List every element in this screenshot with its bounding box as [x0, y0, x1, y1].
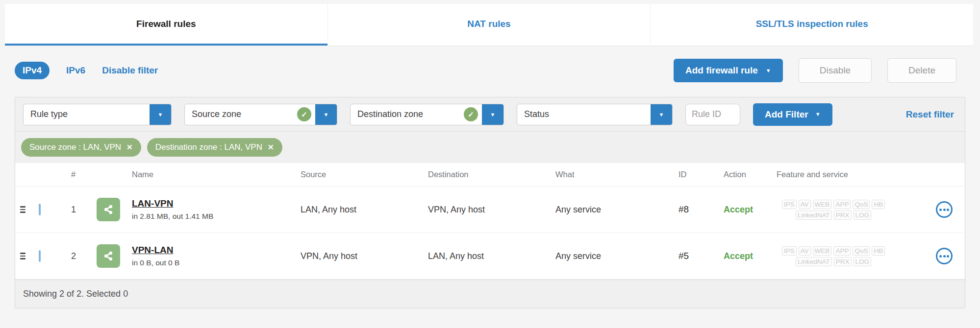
rule-type-share-icon — [97, 244, 120, 268]
active-filter-chips: Source zone : LAN, VPN ✕ Destination zon… — [15, 132, 965, 163]
chevron-down-icon[interactable]: ▼ — [315, 104, 337, 125]
rule-name-link[interactable]: VPN-LAN — [132, 245, 173, 256]
feature-badge: LOG — [854, 211, 872, 220]
header-number: # — [67, 170, 94, 179]
showing-summary: Showing 2 of 2. Selected 0 — [23, 289, 128, 299]
close-icon[interactable]: ✕ — [126, 143, 133, 152]
tab-ssl-tls-inspection-rules-label: SSL/TLS inspection rules — [756, 19, 868, 29]
rule-source: VPN, Any host — [301, 251, 428, 261]
feature-badge: IPS — [782, 200, 797, 209]
rule-action: Accept — [724, 251, 777, 261]
rule-id: #5 — [678, 251, 724, 261]
chevron-down-icon: ▼ — [766, 68, 771, 73]
chevron-down-icon[interactable]: ▼ — [150, 104, 171, 125]
rule-id-input[interactable] — [685, 104, 740, 125]
feature-badge: LOG — [854, 257, 872, 266]
header-id: ID — [678, 170, 724, 179]
feature-badge: PRX — [834, 211, 852, 220]
row-number: 2 — [67, 251, 94, 261]
table-row: 2 VPN-LAN in 0 B, out 0 B VPN, Any host … — [15, 233, 965, 280]
disable-filter-link[interactable]: Disable filter — [102, 65, 158, 76]
toolbar-actions: Add firewall rule ▼ Disable Delete — [674, 58, 965, 83]
disable-button[interactable]: Disable — [799, 58, 872, 83]
feature-badge: AV — [799, 246, 811, 256]
filter-chip-label: Destination zone : LAN, VPN — [155, 142, 262, 152]
rule-action: Accept — [724, 205, 777, 215]
table-footer: Showing 2 of 2. Selected 0 — [15, 280, 965, 308]
chevron-glyph: ▼ — [659, 112, 664, 117]
rule-source: LAN, Any host — [301, 205, 428, 215]
feature-badge: HB — [872, 200, 885, 209]
add-filter-label: Add Filter — [765, 109, 808, 120]
drag-handle-icon[interactable] — [20, 206, 25, 213]
table-row: 1 LAN-VPN in 2.81 MB, out 1.41 MB LAN, A… — [15, 187, 965, 233]
status-dropdown[interactable]: Status ▼ — [517, 104, 673, 125]
drag-handle-icon[interactable] — [20, 253, 25, 259]
filter-chip-label: Source zone : LAN, VPN — [29, 142, 121, 152]
toolbar: IPv4 IPv6 Disable filter Add firewall ru… — [15, 58, 965, 83]
chevron-glyph: ▼ — [158, 112, 163, 117]
header-what: What — [555, 170, 678, 179]
filter-chip-destination-zone[interactable]: Destination zone : LAN, VPN ✕ — [147, 138, 282, 157]
tab-firewall-rules[interactable]: Firewall rules — [5, 4, 327, 46]
ipv6-toggle[interactable]: IPv6 — [66, 65, 85, 76]
feature-badges: IPS AV WEB APP QoS HB LinkedNAT PRX LOG — [777, 246, 890, 266]
filter-chip-source-zone[interactable]: Source zone : LAN, VPN ✕ — [21, 138, 141, 157]
delete-button[interactable]: Delete — [887, 58, 956, 83]
rule-name-link[interactable]: LAN-VPN — [132, 198, 173, 209]
chevron-glyph: ▼ — [324, 112, 329, 117]
row-more-actions-icon[interactable] — [936, 201, 953, 218]
rule-destination: LAN, Any host — [428, 251, 555, 261]
feature-badge: AV — [799, 200, 811, 209]
feature-badge: LinkedNAT — [796, 257, 832, 266]
chevron-down-icon[interactable]: ▼ — [651, 104, 672, 125]
destination-zone-dropdown-label: Destination zone — [351, 109, 464, 119]
row-more-actions-icon[interactable] — [936, 248, 953, 264]
rule-id: #8 — [678, 204, 724, 215]
feature-badge: QoS — [853, 200, 870, 209]
status-dropdown-label: Status — [517, 109, 651, 119]
chevron-down-icon[interactable]: ▼ — [482, 104, 503, 125]
feature-badge: HB — [872, 246, 885, 256]
feature-badge: LinkedNAT — [796, 211, 832, 220]
feature-badges: IPS AV WEB APP QoS HB LinkedNAT PRX LOG — [777, 200, 890, 220]
filter-row: Rule type ▼ Source zone ✓ ▼ Destination … — [15, 97, 965, 132]
rule-traffic-stats: in 0 B, out 0 B — [132, 258, 301, 267]
header-source: Source — [301, 170, 428, 179]
tab-ssl-tls-inspection-rules[interactable]: SSL/TLS inspection rules — [650, 4, 973, 46]
row-number: 1 — [67, 205, 94, 215]
header-action: Action — [724, 170, 777, 179]
filter-applied-check-icon: ✓ — [464, 107, 478, 121]
ipv4-toggle[interactable]: IPv4 — [15, 62, 50, 79]
add-filter-button[interactable]: Add Filter ▼ — [753, 103, 832, 126]
filter-applied-check-icon: ✓ — [297, 107, 311, 121]
tab-bar: Firewall rules NAT rules SSL/TLS inspect… — [5, 4, 973, 46]
firewall-rules-panel: Rule type ▼ Source zone ✓ ▼ Destination … — [15, 97, 965, 308]
add-firewall-rule-label: Add firewall rule — [685, 65, 758, 76]
source-zone-dropdown-label: Source zone — [185, 109, 297, 119]
feature-badge: WEB — [813, 246, 832, 256]
rule-traffic-stats: in 2.81 MB, out 1.41 MB — [132, 212, 301, 221]
feature-badge: QoS — [853, 246, 870, 256]
row-checkbox[interactable] — [39, 204, 41, 215]
chevron-down-icon: ▼ — [815, 112, 821, 117]
rule-type-dropdown-label: Rule type — [24, 109, 150, 119]
tab-nat-rules[interactable]: NAT rules — [327, 4, 651, 46]
reset-filter-link[interactable]: Reset filter — [906, 109, 954, 120]
header-name: Name — [132, 170, 301, 179]
header-destination: Destination — [428, 170, 555, 179]
close-icon[interactable]: ✕ — [268, 143, 274, 152]
feature-badge: IPS — [782, 246, 797, 256]
rule-type-dropdown[interactable]: Rule type ▼ — [23, 104, 172, 125]
feature-badge: APP — [833, 200, 851, 209]
destination-zone-dropdown[interactable]: Destination zone ✓ ▼ — [350, 104, 504, 125]
rule-destination: VPN, Any host — [428, 205, 555, 215]
tab-nat-rules-label: NAT rules — [467, 19, 510, 29]
feature-badge: APP — [833, 246, 851, 256]
feature-badge: PRX — [834, 257, 852, 266]
source-zone-dropdown[interactable]: Source zone ✓ ▼ — [184, 104, 337, 125]
add-firewall-rule-button[interactable]: Add firewall rule ▼ — [674, 59, 783, 82]
rule-type-share-icon — [97, 198, 120, 221]
row-checkbox[interactable] — [39, 250, 41, 262]
header-feature-and-service: Feature and service — [777, 170, 924, 179]
